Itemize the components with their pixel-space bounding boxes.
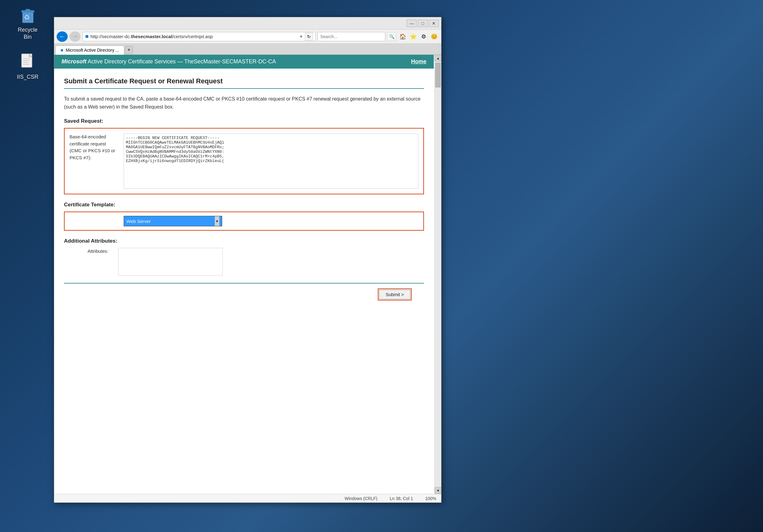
saved-request-label: Saved Request: (64, 118, 424, 124)
template-select-display[interactable]: Web Server ▾ (124, 216, 222, 226)
template-select-wrapper: Web Server ▾ (124, 216, 222, 226)
submit-button[interactable]: Submit > (379, 290, 410, 299)
back-button[interactable]: ← (56, 31, 68, 42)
refresh-button[interactable]: ↻ (305, 33, 313, 41)
svg-text:♻: ♻ (24, 14, 30, 21)
cert-request-field-label: Base-64-encoded certificate request (CMC… (69, 133, 119, 189)
forward-button[interactable]: → (69, 31, 81, 42)
description-text: To submit a saved request to the CA, pas… (64, 95, 424, 111)
address-bar: ← → ■ http://secmaster-dc.thesecmaster.l… (54, 30, 441, 44)
desktop-icon-iis-csr[interactable]: IIS_CSR (14, 53, 42, 81)
adcs-title-rest: Active Directory Certificate Services — … (88, 58, 276, 64)
saved-request-section: Base-64-encoded certificate request (CMC… (64, 128, 424, 194)
dropdown-arrow-icon: ▼ (299, 35, 303, 39)
adcs-header-title: Microsoft Active Directory Certificate S… (61, 58, 276, 65)
restore-button[interactable]: □ (418, 20, 428, 27)
recycle-bin-icon: ♻ (19, 6, 37, 25)
adcs-home-link[interactable]: Home (411, 58, 426, 65)
tab-favicon: ■ (60, 48, 63, 52)
additional-attrs-section: Additional Attributes: Attributes: (64, 238, 424, 276)
scroll-up-button[interactable]: ▲ (435, 55, 441, 61)
ie-icon: ■ (85, 33, 89, 40)
dropdown-arrow-icon: ▾ (215, 216, 219, 226)
desktop-icon-recycle-bin[interactable]: ♻ Recycle Bin (14, 6, 42, 41)
url-text[interactable]: http://secmaster-dc.thesecmaster.local/c… (90, 34, 297, 39)
svg-rect-2 (26, 9, 30, 11)
tabs-bar: ■ Microsoft Active Directory ... + (54, 44, 441, 55)
browser-tab-active[interactable]: ■ Microsoft Active Directory ... (55, 45, 124, 55)
recycle-bin-label: Recycle Bin (14, 27, 42, 41)
submit-btn-wrapper: Submit > (378, 289, 412, 301)
encoding-status: Windows (CRLF) (345, 496, 378, 501)
search-input[interactable] (317, 32, 385, 41)
cert-template-label: Certificate Template: (64, 202, 424, 208)
attrs-field-row: Attributes: (64, 248, 424, 276)
cert-request-textarea[interactable]: -----BEGIN NEW CERTIFICATE REQUEST----- … (124, 133, 418, 189)
scroll-track (435, 61, 441, 487)
scroll-down-button[interactable]: ▼ (435, 487, 441, 494)
attributes-field-label: Attributes: (64, 248, 113, 255)
status-bar: Windows (CRLF) Ln 38, Col 1 100% (54, 494, 441, 502)
smiley-icon-button[interactable]: 😊 (429, 32, 439, 41)
position-status: Ln 38, Col 1 (390, 496, 413, 501)
minimize-button[interactable]: — (407, 20, 417, 27)
settings-icon-button[interactable]: ⚙ (419, 32, 428, 41)
page-title: Submit a Certificate Request or Renewal … (64, 77, 424, 89)
zoom-status: 100% (425, 496, 436, 501)
new-tab-button[interactable]: + (125, 46, 133, 54)
template-selected-value: Web Server (127, 219, 151, 224)
tab-label: Microsoft Active Directory ... (65, 48, 119, 52)
main-content: Submit a Certificate Request or Renewal … (54, 69, 434, 309)
cert-template-section: Web Server ▾ (64, 212, 424, 231)
desktop: ♻ Recycle Bin IIS_CSR (0, 0, 55, 532)
iis-csr-icon (19, 53, 37, 72)
additional-attrs-label: Additional Attributes: (64, 238, 424, 244)
url-bar: ■ http://secmaster-dc.thesecmaster.local… (82, 32, 316, 41)
iis-csr-label: IIS_CSR (17, 73, 39, 81)
search-go-button[interactable]: 🔍 (387, 32, 396, 41)
submit-section: Submit > (64, 283, 424, 301)
scroll-thumb[interactable] (435, 63, 441, 87)
favorites-icon-button[interactable]: ⭐ (408, 32, 418, 41)
page-content: Microsoft Active Directory Certificate S… (54, 55, 441, 494)
adcs-header: Microsoft Active Directory Certificate S… (54, 55, 434, 69)
attributes-textarea[interactable] (118, 248, 223, 276)
search-icon: 🔍 (389, 34, 394, 39)
home-icon-button[interactable]: 🏠 (398, 32, 407, 41)
title-bar: — □ ✕ (54, 17, 441, 30)
browser-window: — □ ✕ ← → ■ http://secmaster-dc.thesecma… (54, 17, 442, 503)
scrollbar[interactable]: ▲ ▼ (434, 55, 441, 494)
toolbar-icons: 🏠 ⭐ ⚙ 😊 (398, 32, 439, 41)
close-button[interactable]: ✕ (429, 20, 439, 27)
adcs-microsoft-label: Microsoft (61, 58, 86, 64)
